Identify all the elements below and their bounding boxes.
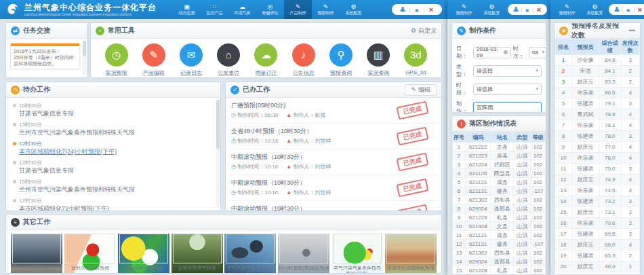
notice-card[interactable]: 2016年1月23日发布： 25日降雪（2毫米）时段内降温和后期预报趋势。	[10, 43, 80, 69]
work-thumbnail[interactable]: 空气污染气象条件等级预报	[224, 234, 276, 274]
nav-item[interactable]: ✎ 预报制作	[312, 0, 340, 19]
table-row[interactable]: 7 621302 西和县 山洪 102	[453, 196, 546, 204]
table-row[interactable]: 2 宋强 84.1 2	[555, 66, 640, 77]
table-row[interactable]: 4 621126 两当县 山洪 102	[453, 169, 546, 178]
nav-item[interactable]: ▣ 综合监测	[173, 0, 201, 19]
tool-item[interactable]: ☁ 雨量订正	[248, 43, 283, 77]
todo-item[interactable]: 16时00分 甘肃省气象信息专报	[13, 100, 212, 120]
tool-item[interactable]: ⌂ 公发单位	[211, 43, 246, 77]
nav-item-settings[interactable]: ⚙ 系统配置	[581, 0, 609, 19]
todo-item[interactable]: 15时00分 兰州市空气污染气象条件预报和特殊天气报	[13, 177, 212, 196]
table-row[interactable]: 5 张建涛 79.1 3	[555, 98, 640, 109]
edit-button[interactable]: ✎ 编辑	[405, 84, 437, 96]
table-row[interactable]: 3 赵庆云 83.3 2	[555, 77, 640, 88]
table-row[interactable]: 12 赵庆云 74.9 4	[555, 175, 640, 185]
table-row[interactable]: 7 许乐康 78.1 4	[555, 120, 640, 131]
work-thumbnail[interactable]: 短时灾害天气预警	[172, 234, 223, 274]
table-row[interactable]: 4 许乐康 80.5 4	[555, 88, 640, 98]
tool-item[interactable]: ✉ 记录日志	[174, 43, 209, 77]
nav-item-forecast[interactable]: ✎ 预报制作	[450, 0, 478, 19]
table-row[interactable]: 15 赵庆云 73.1 3	[555, 207, 640, 218]
table-row[interactable]: 1 621222 文县 山洪 102	[453, 143, 546, 151]
work-thumbnail[interactable]: 24小时暴雨(雪)落区预报	[278, 234, 329, 274]
scrollbar[interactable]	[216, 100, 220, 208]
tool-item[interactable]: ⚲ 预报查询	[323, 43, 359, 77]
date-input[interactable]: 2016-03-09 ▦	[473, 47, 511, 58]
nav-item[interactable]: ∷ 监控产品	[201, 0, 228, 19]
table-row[interactable]: 3 621224 武都区 山洪 102	[453, 160, 546, 169]
tool-item[interactable]: 3d GPS_3d	[398, 43, 433, 77]
tool-item[interactable]: ♪ 公告信息	[286, 43, 321, 77]
table-row[interactable]: 8 张建涛 78.0 3	[555, 131, 640, 142]
scrollbar[interactable]	[83, 41, 86, 75]
period-select[interactable]: 请选择 ▾	[473, 84, 542, 95]
user-icon[interactable]: 👤︎	[396, 4, 409, 15]
work-thumbnail[interactable]: 气象风险等级预报	[118, 234, 169, 274]
user-icon[interactable]: 👤︎	[510, 4, 521, 15]
done-icon: ✓	[230, 86, 239, 94]
todo-item[interactable]: 15时00分 兰州市空气污染气象条件预报和特殊天气报	[13, 120, 212, 139]
done-item[interactable]: 全省48小时预报（10时30分） ◷ 制作时间：10:16 ▲ 制作人：刘世祥 …	[230, 124, 437, 149]
table-row[interactable]: 2 621223 康县 山洪 102	[453, 151, 546, 160]
done-item[interactable]: 广播预报(05时00分) ◷ 制作时间：06:30 ▲ 制作人：影视 已完成	[230, 98, 437, 124]
make-input[interactable]: 雷阵雨	[473, 102, 542, 113]
close-icon[interactable]: ×	[534, 4, 544, 15]
tool-item[interactable]: ◷ 实况预报	[99, 43, 134, 77]
type-select[interactable]: 请选择 ▾	[473, 65, 542, 77]
nav-item[interactable]: ◎ 检验评估	[256, 0, 284, 19]
table-row[interactable]: 15 621228 礼县 山洪 102	[453, 266, 546, 275]
table-row[interactable]: 6 621131 徽县 山洪 -107	[453, 187, 546, 196]
table-row[interactable]: 5 621121 成县 山洪 102	[453, 178, 546, 187]
table-row[interactable]: 9 621228 礼县 山洪 102	[453, 213, 546, 222]
tool-label: 预报查询	[330, 69, 352, 77]
table-row[interactable]: 16 许乐康 70.6 3	[555, 218, 640, 229]
todo-item[interactable]: 12时30分 甘肃省气象信息专报	[13, 158, 212, 177]
work-thumbnail[interactable]: 空气污染气象条件指导预报(国家)	[331, 234, 383, 274]
user-icon[interactable]: 👤︎	[611, 4, 622, 15]
table-row[interactable]: 14 629024 迭部县 山洪 102	[453, 257, 546, 266]
tool-item[interactable]: ✎ 产品编辑	[136, 43, 172, 77]
table-row[interactable]: 9 赵庆云 77.0 4	[555, 142, 640, 153]
table-row[interactable]: 8 629024 迭部县 山洪 102	[453, 204, 546, 213]
table-row[interactable]: 12 621131 徽县 山洪 -107	[453, 240, 546, 249]
table-row[interactable]: 6 黄武斌 78.9 4	[555, 109, 640, 120]
table-row[interactable]: 18 赵庆云 66.0 4	[555, 240, 640, 251]
done-item[interactable]: 中期滚动预报（10时30分） ◷ 制作时间：10:16 ▲ 制作人：刘世祥 已完…	[230, 201, 437, 211]
work-thumbnail[interactable]: 全省县区域精细化预报	[385, 234, 437, 274]
tool-item[interactable]: ▥ 实况查询	[361, 43, 396, 77]
table-row[interactable]: 20 赵庆云 40.3 1	[555, 261, 640, 272]
work-thumbnail[interactable]: 短时灾害落区预报	[64, 234, 116, 274]
todo-item[interactable]: 12时30分 本市区域精细化7(24)小时预报(下午)	[13, 139, 212, 158]
table-row[interactable]: 1 沙金媛 84.6 3	[555, 55, 640, 66]
lock-icon[interactable]: 🔒︎	[522, 4, 533, 15]
table-row[interactable]: 13 许乐康 74.5 4	[555, 185, 640, 196]
table-row[interactable]: 19 张建涛 65.3 2	[555, 251, 640, 261]
forecaster-cell: 许乐康	[572, 120, 599, 131]
close-icon[interactable]: ×	[424, 4, 438, 15]
customize-button[interactable]: ⚙ 自定义	[411, 26, 437, 35]
lock-icon[interactable]: 🔒︎	[623, 4, 634, 15]
nav-item[interactable]: ✎ 产品制作	[284, 0, 312, 19]
table-row[interactable]: 11 张建涛 75.0 3	[555, 164, 640, 175]
more-menu-button[interactable]: •••	[629, 27, 635, 34]
nav-item-settings[interactable]: ⚙ 系统配置	[478, 0, 506, 19]
lock-icon[interactable]: 🔒︎	[410, 4, 424, 15]
table-row[interactable]: 14 张建涛 73.2 3	[555, 196, 640, 207]
work-thumbnail[interactable]: 灾害性天气追踪	[11, 234, 62, 274]
done-item[interactable]: 中期滚动预报（10时30分） ◷ 制作时间：10:16 ▲ 制作人：刘世祥 已完…	[230, 149, 437, 175]
nav-item-forecast[interactable]: ✎ 预报制作	[553, 0, 581, 19]
table-row[interactable]: 13 621302 西和县 山洪 102	[453, 249, 546, 257]
done-item[interactable]: 中期滚动预报（10时30分） ◷ 制作时间：10:16 ▲ 制作人：刘世祥 已完…	[230, 175, 437, 201]
main-window: 兰州气象中心综合业务一体化平台 Lanzhou Meteorological C…	[0, 0, 447, 275]
nav-item[interactable]: ☁ 环境气象	[228, 0, 256, 19]
nav-item[interactable]: ⚙ 系统配置	[340, 0, 367, 19]
nav-item-icon: ✎	[323, 3, 329, 10]
table-row[interactable]: 17 张建涛 69.8 3	[555, 229, 640, 240]
count-cell: 4	[621, 185, 640, 196]
todo-item[interactable]: 12时30分 本市区域精细化72小时预报(下午)	[13, 196, 212, 211]
table-row[interactable]: 10 621928 文县 山洪 102	[453, 222, 546, 231]
table-row[interactable]: 11 621121 成县 山洪 102	[453, 231, 546, 240]
hour-select[interactable]: 08 ▾	[529, 47, 546, 58]
table-row[interactable]: 10 许乐康 76.0 4	[555, 153, 640, 164]
close-icon[interactable]: ×	[635, 4, 644, 15]
